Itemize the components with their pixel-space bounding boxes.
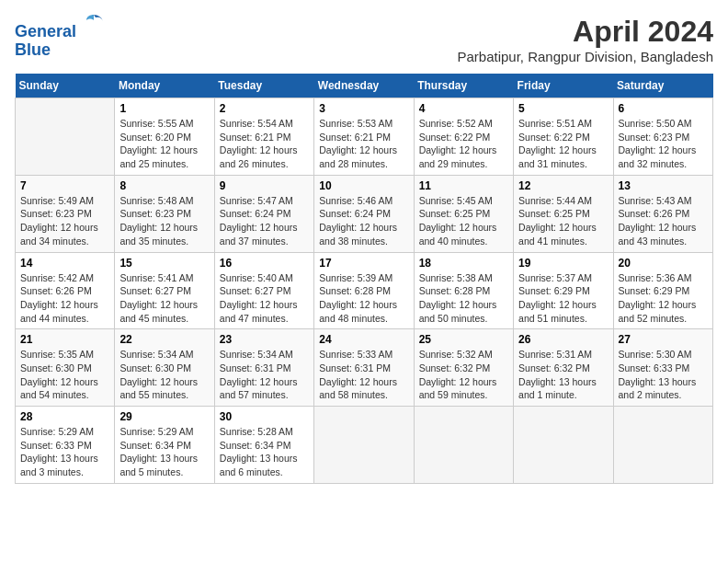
day-number: 16 <box>220 257 309 270</box>
calendar-cell: 19Sunrise: 5:37 AMSunset: 6:29 PMDayligh… <box>514 252 613 329</box>
day-number: 14 <box>20 257 109 270</box>
calendar-cell: 2Sunrise: 5:54 AMSunset: 6:21 PMDaylight… <box>214 98 313 176</box>
calendar-cell: 29Sunrise: 5:29 AMSunset: 6:34 PMDayligh… <box>115 407 214 484</box>
weekday-header-thursday: Thursday <box>414 74 513 98</box>
day-number: 26 <box>518 333 608 346</box>
day-info: Sunrise: 5:44 AMSunset: 6:25 PMDaylight:… <box>518 194 608 248</box>
day-number: 20 <box>619 257 708 270</box>
calendar-cell: 11Sunrise: 5:45 AMSunset: 6:25 PMDayligh… <box>414 175 513 252</box>
calendar-cell: 25Sunrise: 5:32 AMSunset: 6:32 PMDayligh… <box>414 329 513 407</box>
day-info: Sunrise: 5:52 AMSunset: 6:22 PMDaylight:… <box>419 117 508 171</box>
day-number: 27 <box>619 333 708 346</box>
day-number: 10 <box>319 179 408 192</box>
page-title: April 2024 <box>457 15 713 49</box>
day-number: 22 <box>119 333 209 346</box>
day-info: Sunrise: 5:33 AMSunset: 6:31 PMDaylight:… <box>319 348 408 402</box>
weekday-header-wednesday: Wednesday <box>314 74 414 98</box>
day-info: Sunrise: 5:31 AMSunset: 6:32 PMDaylight:… <box>518 348 608 402</box>
logo-bird-icon <box>83 11 105 33</box>
day-info: Sunrise: 5:50 AMSunset: 6:23 PMDaylight:… <box>619 117 708 171</box>
day-number: 29 <box>119 410 209 423</box>
calendar-header-row: SundayMondayTuesdayWednesdayThursdayFrid… <box>16 74 713 98</box>
calendar-cell: 8Sunrise: 5:48 AMSunset: 6:23 PMDaylight… <box>115 175 214 252</box>
day-info: Sunrise: 5:38 AMSunset: 6:28 PMDaylight:… <box>419 271 508 326</box>
calendar-cell: 10Sunrise: 5:46 AMSunset: 6:24 PMDayligh… <box>314 175 414 252</box>
day-number: 2 <box>220 102 309 115</box>
day-number: 30 <box>220 410 309 423</box>
header: General Blue April 2024 Parbatipur, Rang… <box>15 15 713 64</box>
weekday-header-friday: Friday <box>514 74 613 98</box>
day-info: Sunrise: 5:32 AMSunset: 6:32 PMDaylight:… <box>419 348 508 402</box>
day-number: 25 <box>419 333 508 346</box>
calendar-cell: 30Sunrise: 5:28 AMSunset: 6:34 PMDayligh… <box>214 407 313 484</box>
calendar-cell: 28Sunrise: 5:29 AMSunset: 6:33 PMDayligh… <box>16 407 115 484</box>
calendar-cell <box>613 407 712 484</box>
title-area: April 2024 Parbatipur, Rangpur Division,… <box>457 15 713 64</box>
day-number: 8 <box>119 179 209 192</box>
calendar-cell: 20Sunrise: 5:36 AMSunset: 6:29 PMDayligh… <box>613 252 712 329</box>
day-info: Sunrise: 5:42 AMSunset: 6:26 PMDaylight:… <box>20 271 109 326</box>
calendar-cell: 6Sunrise: 5:50 AMSunset: 6:23 PMDaylight… <box>613 98 712 176</box>
calendar-cell: 1Sunrise: 5:55 AMSunset: 6:20 PMDaylight… <box>115 98 214 176</box>
day-number: 19 <box>518 257 608 270</box>
calendar-cell: 7Sunrise: 5:49 AMSunset: 6:23 PMDaylight… <box>16 175 115 252</box>
day-info: Sunrise: 5:29 AMSunset: 6:34 PMDaylight:… <box>119 425 209 479</box>
calendar-week-row: 21Sunrise: 5:35 AMSunset: 6:30 PMDayligh… <box>16 329 713 407</box>
calendar-cell: 26Sunrise: 5:31 AMSunset: 6:32 PMDayligh… <box>514 329 613 407</box>
weekday-header-monday: Monday <box>115 74 214 98</box>
day-info: Sunrise: 5:41 AMSunset: 6:27 PMDaylight:… <box>119 271 209 326</box>
day-number: 17 <box>319 257 408 270</box>
day-info: Sunrise: 5:47 AMSunset: 6:24 PMDaylight:… <box>220 194 309 248</box>
day-info: Sunrise: 5:51 AMSunset: 6:22 PMDaylight:… <box>518 117 608 171</box>
day-number: 4 <box>419 102 508 115</box>
logo: General Blue <box>15 15 105 60</box>
calendar-week-row: 28Sunrise: 5:29 AMSunset: 6:33 PMDayligh… <box>16 407 713 484</box>
calendar-cell <box>414 407 513 484</box>
day-info: Sunrise: 5:43 AMSunset: 6:26 PMDaylight:… <box>619 194 708 248</box>
calendar-cell: 27Sunrise: 5:30 AMSunset: 6:33 PMDayligh… <box>613 329 712 407</box>
day-info: Sunrise: 5:46 AMSunset: 6:24 PMDaylight:… <box>319 194 408 248</box>
day-number: 6 <box>619 102 708 115</box>
day-info: Sunrise: 5:48 AMSunset: 6:23 PMDaylight:… <box>119 194 209 248</box>
day-number: 13 <box>619 179 708 192</box>
calendar-cell: 22Sunrise: 5:34 AMSunset: 6:30 PMDayligh… <box>115 329 214 407</box>
day-number: 7 <box>20 179 109 192</box>
calendar-cell: 13Sunrise: 5:43 AMSunset: 6:26 PMDayligh… <box>613 175 712 252</box>
day-number: 15 <box>119 257 209 270</box>
day-number: 9 <box>220 179 309 192</box>
calendar-cell: 18Sunrise: 5:38 AMSunset: 6:28 PMDayligh… <box>414 252 513 329</box>
day-info: Sunrise: 5:28 AMSunset: 6:34 PMDaylight:… <box>220 425 309 479</box>
calendar-cell: 17Sunrise: 5:39 AMSunset: 6:28 PMDayligh… <box>314 252 414 329</box>
day-info: Sunrise: 5:35 AMSunset: 6:30 PMDaylight:… <box>20 348 109 402</box>
calendar-cell: 3Sunrise: 5:53 AMSunset: 6:21 PMDaylight… <box>314 98 414 176</box>
day-info: Sunrise: 5:30 AMSunset: 6:33 PMDaylight:… <box>619 348 708 402</box>
day-info: Sunrise: 5:49 AMSunset: 6:23 PMDaylight:… <box>20 194 109 248</box>
calendar-week-row: 14Sunrise: 5:42 AMSunset: 6:26 PMDayligh… <box>16 252 713 329</box>
calendar-cell: 9Sunrise: 5:47 AMSunset: 6:24 PMDaylight… <box>214 175 313 252</box>
day-number: 11 <box>419 179 508 192</box>
day-info: Sunrise: 5:39 AMSunset: 6:28 PMDaylight:… <box>319 271 408 326</box>
day-info: Sunrise: 5:34 AMSunset: 6:31 PMDaylight:… <box>220 348 309 402</box>
day-number: 5 <box>518 102 608 115</box>
calendar-cell: 4Sunrise: 5:52 AMSunset: 6:22 PMDaylight… <box>414 98 513 176</box>
weekday-header-saturday: Saturday <box>613 74 712 98</box>
day-number: 21 <box>20 333 109 346</box>
calendar-cell: 5Sunrise: 5:51 AMSunset: 6:22 PMDaylight… <box>514 98 613 176</box>
day-info: Sunrise: 5:53 AMSunset: 6:21 PMDaylight:… <box>319 117 408 171</box>
calendar-week-row: 7Sunrise: 5:49 AMSunset: 6:23 PMDaylight… <box>16 175 713 252</box>
day-info: Sunrise: 5:40 AMSunset: 6:27 PMDaylight:… <box>220 271 309 326</box>
day-number: 28 <box>20 410 109 423</box>
calendar-week-row: 1Sunrise: 5:55 AMSunset: 6:20 PMDaylight… <box>16 98 713 176</box>
day-info: Sunrise: 5:34 AMSunset: 6:30 PMDaylight:… <box>119 348 209 402</box>
calendar-cell <box>314 407 414 484</box>
calendar-cell: 21Sunrise: 5:35 AMSunset: 6:30 PMDayligh… <box>16 329 115 407</box>
calendar-cell <box>514 407 613 484</box>
page-subtitle: Parbatipur, Rangpur Division, Bangladesh <box>457 49 713 64</box>
calendar-table: SundayMondayTuesdayWednesdayThursdayFrid… <box>15 74 713 484</box>
day-info: Sunrise: 5:37 AMSunset: 6:29 PMDaylight:… <box>518 271 608 326</box>
calendar-cell: 24Sunrise: 5:33 AMSunset: 6:31 PMDayligh… <box>314 329 414 407</box>
calendar-cell <box>16 98 115 176</box>
day-number: 3 <box>319 102 408 115</box>
day-info: Sunrise: 5:55 AMSunset: 6:20 PMDaylight:… <box>119 117 209 171</box>
day-number: 23 <box>220 333 309 346</box>
